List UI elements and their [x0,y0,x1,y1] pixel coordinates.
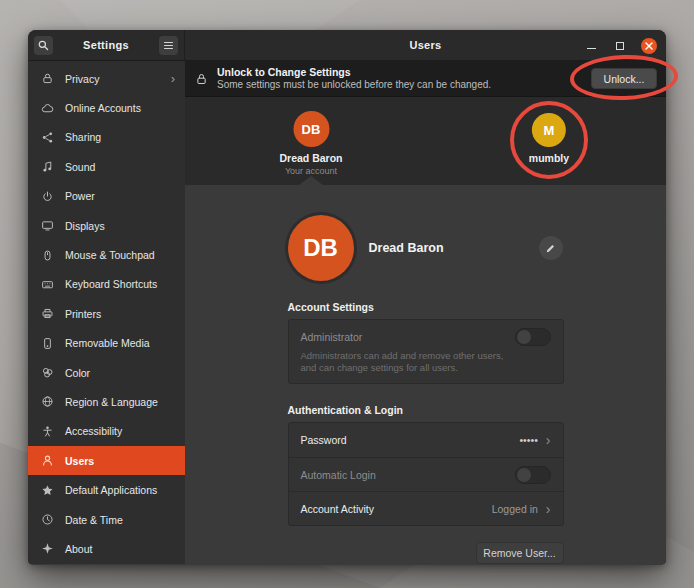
lock-icon [41,72,54,85]
chevron-right-icon: › [546,433,551,447]
password-value: ••••• [519,434,537,446]
pencil-icon [545,243,556,254]
user-details: DB Dread Baron Account Settings Administ… [185,185,666,564]
user-subtitle: Your account [285,166,337,176]
sidebar-item-default-applications[interactable]: Default Applications [28,475,185,504]
sidebar-item-privacy[interactable]: Privacy › [28,64,185,93]
accessibility-icon [41,425,54,438]
page-title: Users [409,39,441,51]
sidebar-item-removable-media[interactable]: Removable Media [28,329,185,358]
sidebar: Privacy › Online Accounts Sharing Sound … [28,61,185,564]
sidebar-item-sharing[interactable]: Sharing [28,123,185,152]
close-icon [645,42,653,50]
avatar: DB [288,215,354,281]
globe-icon [41,395,54,408]
sidebar-item-sound[interactable]: Sound [28,152,185,181]
section-header-authentication: Authentication & Login [288,404,564,416]
maximize-icon [616,42,624,50]
avatar: M [532,113,566,147]
search-icon [37,39,50,52]
lock-icon [195,72,208,86]
authentication-card: Password ••••• › Automatic Login Account… [288,422,564,526]
remove-user-button[interactable]: Remove User... [476,542,564,564]
settings-window: Settings Users Privacy [28,30,666,565]
unlock-banner: Unlock to Change Settings Some settings … [185,61,666,97]
sidebar-header: Settings [28,30,185,60]
sidebar-item-power[interactable]: Power [28,182,185,211]
automatic-login-toggle[interactable] [515,466,551,484]
sidebar-item-online-accounts[interactable]: Online Accounts [28,93,185,122]
user-name: Dread Baron [279,152,342,164]
banner-title: Unlock to Change Settings [217,66,591,79]
section-header-account-settings: Account Settings [288,301,564,313]
carousel-user-dread-baron[interactable]: DB Dread Baron Your account [279,111,342,176]
mouse-icon [41,249,54,262]
user-fullname: Dread Baron [369,241,539,255]
account-activity-value: Logged in [492,503,538,515]
close-button[interactable] [641,38,657,54]
account-settings-card: Administrator Administrators can add and… [288,319,564,384]
rename-user-button[interactable] [539,236,563,260]
sidebar-item-region-language[interactable]: Region & Language [28,387,185,416]
color-icon [41,366,54,379]
menu-button[interactable] [159,36,178,55]
sidebar-item-color[interactable]: Color [28,358,185,387]
user-icon [41,454,54,467]
chevron-right-icon: › [546,502,551,516]
administrator-label: Administrator [301,331,515,343]
minimize-icon [587,48,596,50]
chevron-right-icon: › [171,72,175,85]
unlock-button[interactable]: Unlock... [591,68,657,89]
avatar: DB [293,111,329,147]
sidebar-item-mouse-touchpad[interactable]: Mouse & Touchpad [28,240,185,269]
sidebar-item-displays[interactable]: Displays [28,211,185,240]
users-panel: Unlock to Change Settings Some settings … [185,61,666,564]
administrator-description: Administrators can add and remove other … [301,350,519,374]
music-note-icon [41,160,54,173]
star-icon [41,484,54,497]
minimize-button[interactable] [583,38,599,54]
search-button[interactable] [34,36,53,55]
headerbar: Settings Users [28,30,666,61]
display-icon [41,219,54,232]
sidebar-item-printers[interactable]: Printers [28,299,185,328]
password-label: Password [301,434,520,446]
maximize-button[interactable] [612,38,628,54]
panel-header: Users [185,30,666,60]
carousel-user-mumbly[interactable]: M mumbly [529,113,569,164]
window-controls [583,30,657,61]
removable-media-icon [41,337,54,350]
cloud-icon [41,102,54,115]
printer-icon [41,307,54,320]
sidebar-item-accessibility[interactable]: Accessibility [28,417,185,446]
selected-user-caret [299,176,323,185]
administrator-toggle[interactable] [515,328,551,346]
keyboard-icon [41,278,54,291]
sidebar-item-users[interactable]: Users [28,446,185,475]
account-activity-label: Account Activity [301,503,492,515]
sparkle-icon [41,542,54,555]
password-row[interactable]: Password ••••• › [289,423,563,457]
settings-title: Settings [83,39,129,51]
account-activity-row[interactable]: Account Activity Logged in › [289,491,563,525]
automatic-login-label: Automatic Login [301,469,515,481]
user-name: mumbly [529,152,569,164]
banner-texts: Unlock to Change Settings Some settings … [217,66,591,91]
banner-subtitle: Some settings must be unlocked before th… [217,79,591,91]
power-icon [41,190,54,203]
sidebar-item-keyboard-shortcuts[interactable]: Keyboard Shortcuts [28,270,185,299]
user-header-row: DB Dread Baron [288,215,564,281]
clock-icon [41,513,54,526]
automatic-login-row: Automatic Login [289,457,563,491]
sidebar-item-about[interactable]: About [28,534,185,563]
sidebar-item-date-time[interactable]: Date & Time [28,505,185,534]
share-icon [41,131,54,144]
hamburger-icon [164,42,173,49]
user-carousel: DB Dread Baron Your account M mumbly [185,97,666,185]
